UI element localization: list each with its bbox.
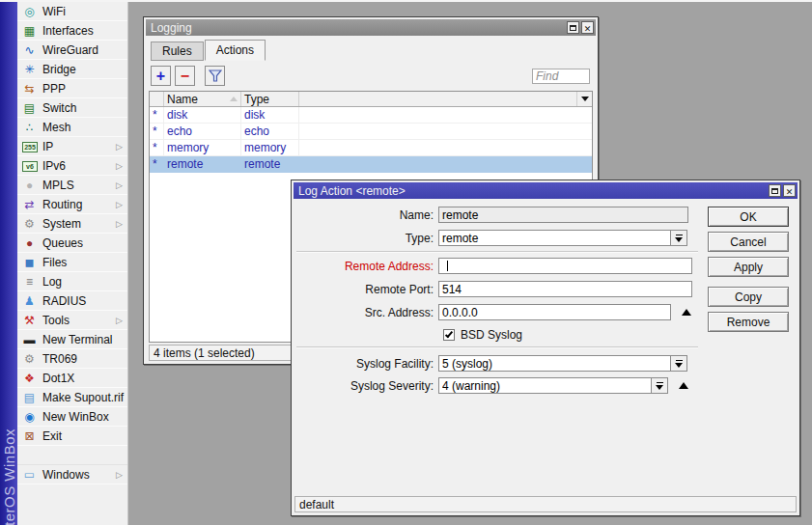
syslog-facility-label: Syslog Facility: [294,357,438,371]
logging-window-title: Logging [151,21,565,35]
dialog-titlebar[interactable]: Log Action <remote> [294,182,798,199]
sidebar-item-ppp[interactable]: ⇆PPP [17,79,127,98]
sidebar-item-make-supout[interactable]: ▤Make Supout.rif [17,388,127,407]
sidebar-item-mpls[interactable]: ●MPLS▷ [17,176,127,195]
routing-icon: ⇄ [21,199,38,210]
bsd-syslog-checkbox[interactable] [443,329,455,341]
add-button[interactable]: + [151,66,171,86]
copy-button[interactable]: Copy [708,287,789,307]
close-button[interactable] [581,21,594,34]
name-column-header[interactable]: Name [164,92,241,106]
sidebar-item-wireguard[interactable]: ∿WireGuard [17,41,127,60]
sidebar-item-files[interactable]: ◼Files [17,253,127,272]
funnel-icon [209,69,222,82]
maximize-icon [570,25,576,31]
submenu-arrow-icon: ▷ [116,161,123,171]
close-icon [584,21,592,35]
remove-button[interactable]: Remove [708,312,789,332]
sidebar-item-log[interactable]: ≡Log [17,272,127,291]
logging-titlebar[interactable]: Logging [146,19,596,36]
cancel-button[interactable]: Cancel [708,232,789,252]
dropdown-arrow-icon [675,359,684,368]
ip-icon: 255 [21,140,38,152]
type-label: Type: [294,232,438,245]
find-input[interactable] [532,69,590,84]
remote-address-field[interactable] [438,258,692,274]
syslog-severity-field[interactable] [438,377,652,394]
new-winbox-icon: ◉ [21,411,38,423]
sidebar-item-radius[interactable]: ♟RADIUS [17,291,127,311]
sidebar-item-new-terminal[interactable]: ▬New Terminal [17,330,127,349]
type-column-header[interactable]: Type [241,92,299,106]
sidebar-item-tools[interactable]: ⚒Tools▷ [17,311,127,330]
sidebar-item-dot1x[interactable]: ❖Dot1X [17,369,127,388]
tab-rules[interactable]: Rules [151,41,204,61]
sidebar-item-ipv6[interactable]: v6IPv6▷ [17,156,127,176]
table-row-selected[interactable]: * remote remote [150,156,592,173]
sidebar-item-system[interactable]: ⚙System▷ [17,214,127,234]
name-label: Name: [294,208,438,222]
sidebar-item-exit[interactable]: ⊠Exit [17,427,127,446]
remote-port-field[interactable] [438,281,692,297]
maximize-button[interactable] [567,21,579,34]
sidebar-item-routing[interactable]: ⇄Routing▷ [17,195,127,214]
table-row[interactable]: * echo echo [150,124,592,140]
sidebar-item-interfaces[interactable]: ▦Interfaces [17,21,127,41]
submenu-arrow-icon: ▷ [116,180,123,190]
column-options-button[interactable] [576,92,592,106]
logging-tabs: Rules Actions [146,36,596,61]
dropdown-arrow-icon [581,97,589,101]
sidebar-item-new-winbox[interactable]: ◉New WinBox [17,407,127,427]
ppp-icon: ⇆ [21,83,38,95]
checkmark-icon [445,329,453,338]
table-row[interactable]: * memory memory [150,140,592,156]
log-action-dialog: Log Action <remote> Name: Type: Remote A… [291,180,800,516]
sidebar-item-ip[interactable]: 255IP▷ [17,137,127,156]
table-row[interactable]: * disk disk [150,107,592,124]
sidebar-item-bridge[interactable]: ✳Bridge [17,60,127,79]
close-icon [786,184,794,198]
src-address-field[interactable] [438,304,671,320]
bsd-syslog-label: BSD Syslog [461,328,522,342]
syslog-severity-dropdown-button[interactable] [652,377,668,394]
sidebar-item-windows[interactable]: ▭Windows▷ [17,465,127,484]
sidebar-item-mesh[interactable]: ∴Mesh [17,118,127,137]
files-icon: ◼ [21,257,38,268]
tools-icon: ⚒ [21,315,38,326]
src-address-label: Src. Address: [294,306,438,319]
switch-icon: ▤ [21,102,38,114]
submenu-arrow-icon: ▷ [116,200,123,209]
name-field[interactable] [438,207,688,223]
queues-icon: ● [21,237,38,249]
maximize-button[interactable] [769,184,781,197]
sidebar-item-wifi[interactable]: ◎WiFi [17,2,127,21]
mesh-icon: ∴ [21,122,38,133]
close-button[interactable] [783,184,796,197]
dropdown-arrow-icon [675,234,684,242]
filter-button[interactable] [205,66,225,86]
type-field[interactable] [438,230,671,246]
collapse-arrow-icon[interactable] [679,382,688,389]
syslog-facility-field[interactable] [438,355,671,372]
collapse-arrow-icon[interactable] [682,309,691,316]
flag-column-header[interactable] [150,92,164,106]
winbox-brand-strip: RouterOS WinBox [0,2,17,525]
maximize-icon [771,188,778,194]
syslog-facility-dropdown-button[interactable] [671,355,687,372]
apply-button[interactable]: Apply [708,257,789,277]
sidebar-item-tr069[interactable]: ⚙TR069 [17,349,127,369]
type-dropdown-button[interactable] [671,230,687,246]
sidebar-item-queues[interactable]: ●Queues [17,234,127,253]
remote-address-label: Remote Address: [294,260,438,273]
brand-vertical-text: RouterOS WinBox [1,361,17,525]
log-icon: ≡ [21,276,38,288]
submenu-arrow-icon: ▷ [116,219,123,229]
interfaces-icon: ▦ [21,25,38,37]
mpls-icon: ● [21,180,38,191]
remove-button[interactable]: − [175,66,195,86]
dialog-title: Log Action <remote> [298,184,767,198]
exit-icon: ⊠ [21,430,38,442]
tab-actions[interactable]: Actions [205,40,266,61]
sidebar-item-switch[interactable]: ▤Switch [17,98,127,118]
ok-button[interactable]: OK [708,207,789,227]
